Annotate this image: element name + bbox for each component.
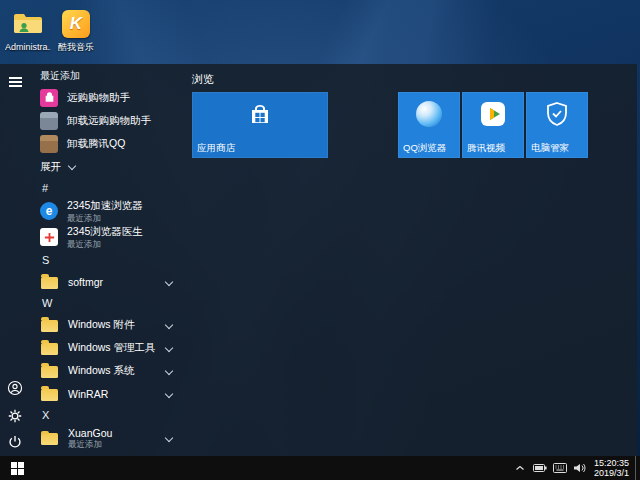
app-list-item[interactable]: 远购购物助手 [38,86,186,109]
app-list-folder[interactable]: XuanGou 最近添加 [38,425,186,451]
chevron-down-icon [165,277,173,285]
doctor-2345-icon [40,228,58,246]
start-menu: 最近添加 远购购物助手 卸载远购购物助手 卸载腾讯QQ 展开 # [0,64,637,456]
uninstaller-icon [40,135,58,153]
app-list-item[interactable]: 卸载腾讯QQ [38,132,186,155]
start-menu-rail [0,64,30,456]
start-button[interactable] [0,456,34,480]
section-letter-s[interactable]: S [38,250,186,270]
chevron-down-icon [165,366,173,374]
windows-logo-icon [11,462,24,475]
pc-manager-icon [545,101,569,131]
tencent-video-icon [480,101,506,131]
system-tray: 15:20:35 2019/3/1 [510,456,640,480]
input-keyboard-icon[interactable] [552,459,568,477]
tile-store[interactable]: 应用商店 [192,92,328,158]
kuwo-music-icon [60,8,92,40]
settings-button[interactable] [7,408,23,424]
section-letter-hash[interactable]: # [38,178,186,198]
app-list-item[interactable]: 2345加速浏览器 最近添加 [38,198,186,224]
chevron-down-icon [165,343,173,351]
recently-added-header: 最近添加 [38,68,186,86]
power-icon [7,434,23,450]
folder-icon [41,277,58,289]
menu-hamburger-button[interactable] [7,74,23,90]
desktop-icon-label: Administra... [5,42,51,52]
desktop-icon-administrator[interactable]: Administra... [5,8,51,52]
battery-icon[interactable] [532,459,548,477]
qq-browser-icon [416,101,442,127]
tile-group-header[interactable]: 浏览 [192,72,214,87]
folder-icon [41,366,58,378]
clock-time: 15:20:35 [594,458,629,468]
app-list-folder[interactable]: Windows 管理工具 [38,336,186,359]
tile-tencent-video[interactable]: 腾讯视频 [462,92,524,158]
hidden-icons-chevron[interactable] [512,459,528,477]
tile-pc-manager[interactable]: 电脑管家 [526,92,588,158]
app-list-folder[interactable]: Windows 系统 [38,359,186,382]
desktop: Administra... 酷我音乐 [0,0,640,480]
browser-2345-icon [40,202,58,220]
folder-icon [41,433,58,445]
section-letter-x[interactable]: X [38,405,186,425]
folder-icon [41,343,58,355]
volume-icon[interactable] [572,459,588,477]
power-button[interactable] [7,434,23,450]
taskbar: 15:20:35 2019/3/1 [0,456,640,480]
expand-button[interactable]: 展开 [38,155,186,178]
chevron-down-icon [68,161,76,169]
taskbar-clock[interactable]: 15:20:35 2019/3/1 [594,458,629,478]
clock-date: 2019/3/1 [594,468,629,478]
shopping-assistant-icon [40,89,58,107]
chevron-down-icon [165,320,173,328]
section-letter-w[interactable]: W [38,293,186,313]
user-folder-icon [12,8,44,40]
store-icon [247,101,273,131]
gear-icon [7,408,23,424]
user-account-button[interactable] [7,380,23,396]
folder-icon [41,389,58,401]
app-list-folder[interactable]: softmgr [38,270,186,293]
folder-icon [41,320,58,332]
chevron-down-icon [165,434,173,442]
app-list-folder[interactable]: WinRAR [38,382,186,405]
app-list: 最近添加 远购购物助手 卸载远购购物助手 卸载腾讯QQ 展开 # [30,64,186,456]
desktop-icon-label: 酷我音乐 [53,42,99,52]
app-list-item[interactable]: 卸载远购购物助手 [38,109,186,132]
user-icon [7,380,23,396]
tile-qq-browser[interactable]: QQ浏览器 [398,92,460,158]
app-list-folder[interactable]: Windows 附件 [38,313,186,336]
app-list-item[interactable]: 2345浏览器医生 最近添加 [38,224,186,250]
show-desktop-button[interactable] [635,456,640,480]
chevron-down-icon [165,389,173,397]
tile-area: 浏览 应用商店 QQ浏览器 [186,64,637,456]
uninstaller-icon [40,112,58,130]
desktop-icon-kuwo-music[interactable]: 酷我音乐 [53,8,99,52]
